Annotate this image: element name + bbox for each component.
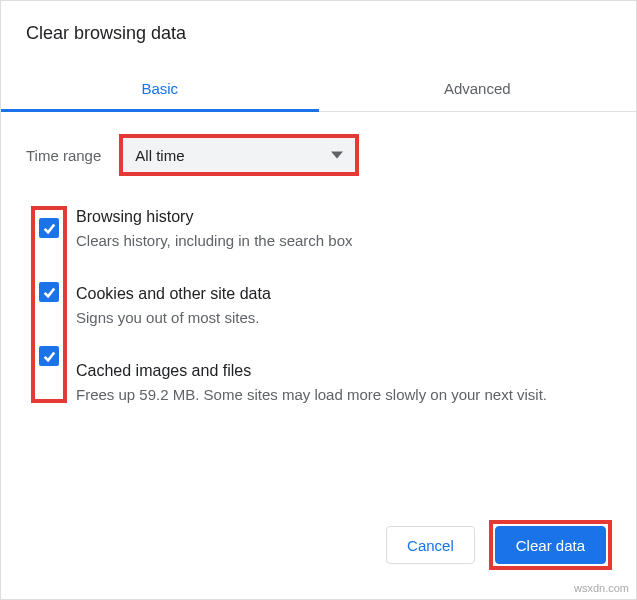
option-desc: Signs you out of most sites. [76,309,611,326]
tab-basic[interactable]: Basic [1,66,319,111]
options-list: Browsing history Clears history, includi… [26,206,611,403]
cancel-button[interactable]: Cancel [386,526,475,564]
option-cookies: Cookies and other site data Signs you ou… [76,283,611,326]
time-range-row: Time range All time [26,134,611,176]
clear-data-button[interactable]: Clear data [495,526,606,564]
option-browsing-history: Browsing history Clears history, includi… [76,206,611,249]
time-range-select[interactable]: All time [123,138,355,172]
option-title: Browsing history [76,208,611,226]
checkbox-browsing-history[interactable] [39,218,59,238]
chevron-down-icon [331,147,343,164]
time-range-value: All time [135,147,184,164]
check-icon [42,285,56,299]
option-desc: Clears history, including in the search … [76,232,611,249]
time-range-label: Time range [26,147,101,164]
clear-button-highlight: Clear data [489,520,612,570]
check-icon [42,349,56,363]
checkbox-cache[interactable] [39,346,59,366]
dialog-title: Clear browsing data [1,1,636,44]
tab-advanced[interactable]: Advanced [319,66,637,111]
time-range-highlight: All time [119,134,359,176]
dialog-footer: Cancel Clear data [386,520,612,570]
option-title: Cookies and other site data [76,285,611,303]
option-desc: Frees up 59.2 MB. Some sites may load mo… [76,386,611,403]
dialog-content: Time range All time [1,112,636,403]
check-icon [42,221,56,235]
clear-browsing-data-dialog: Clear browsing data Basic Advanced Time … [0,0,637,600]
option-cache: Cached images and files Frees up 59.2 MB… [76,360,611,403]
option-title: Cached images and files [76,362,611,380]
checkbox-cookies[interactable] [39,282,59,302]
tabs: Basic Advanced [1,66,636,112]
watermark: wsxdn.com [574,582,629,594]
checkbox-group-highlight [31,206,67,403]
